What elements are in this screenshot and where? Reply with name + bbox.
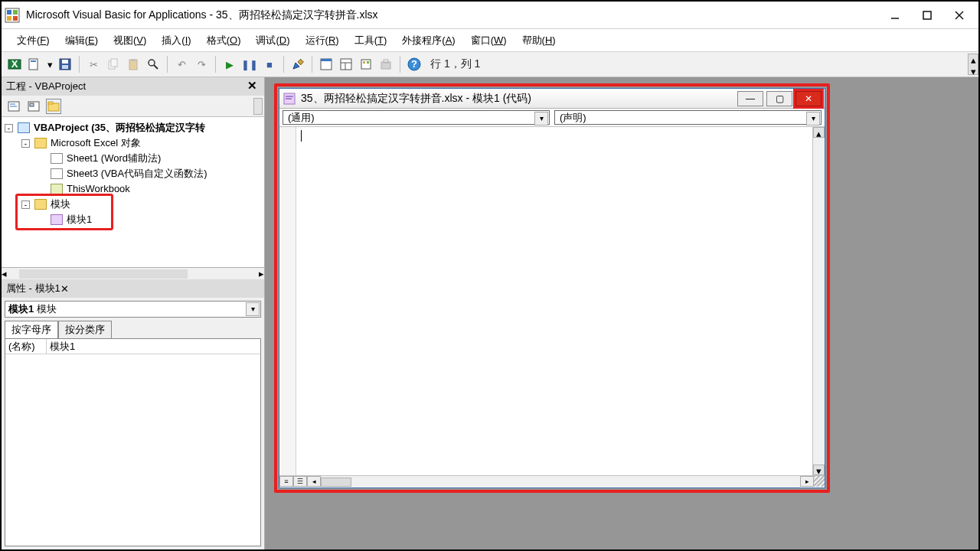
window-title: Microsoft Visual Basic for Applications … (26, 8, 879, 22)
tab-categorized[interactable]: 按分类序 (58, 321, 112, 338)
svg-rect-40 (30, 103, 34, 106)
project-panel-close-icon[interactable]: ✕ (247, 79, 261, 93)
view-object-icon[interactable] (26, 99, 41, 114)
code-vscroll[interactable]: ▴▾ (812, 127, 825, 475)
hscroll-right-icon[interactable]: ▸ (800, 476, 814, 487)
cut-icon[interactable]: ✂ (85, 56, 102, 73)
object-browser-icon[interactable] (358, 56, 374, 73)
code-window-titlebar[interactable]: 35、两招轻松搞定汉字转拼音.xlsx - 模块1 (代码) — ▢ ✕ (279, 89, 825, 109)
svg-rect-17 (111, 59, 117, 67)
properties-panel-title: 属性 - 模块1 ✕ (2, 279, 264, 298)
menu-addins[interactable]: 外接程序(A) (394, 31, 462, 51)
maximize-button[interactable] (911, 4, 943, 27)
svg-text:?: ? (411, 58, 417, 70)
property-name: (名称) (5, 339, 47, 354)
minimize-button[interactable] (879, 4, 911, 27)
svg-rect-12 (31, 60, 36, 62)
menu-run[interactable]: 运行(R) (298, 31, 347, 51)
find-icon[interactable] (145, 56, 162, 73)
code-window-maximize-button[interactable]: ▢ (766, 91, 792, 106)
project-scroll[interactable] (253, 98, 263, 115)
toolbar-overflow[interactable]: ▴▾ (968, 54, 978, 75)
procedure-combobox[interactable]: (声明)▾ (554, 110, 822, 125)
code-margin (279, 127, 296, 475)
property-value[interactable]: 模块1 (47, 339, 260, 354)
chevron-down-icon[interactable]: ▾ (246, 302, 260, 316)
paste-icon[interactable] (125, 56, 142, 73)
close-button[interactable] (943, 4, 975, 27)
app-icon (5, 8, 20, 23)
code-window-close-button[interactable]: ✕ (795, 91, 822, 106)
svg-rect-25 (321, 59, 332, 61)
object-combobox[interactable]: (通用)▾ (283, 110, 550, 125)
save-icon[interactable] (57, 56, 74, 73)
svg-rect-4 (13, 16, 18, 21)
code-window-minimize-button[interactable]: — (737, 91, 763, 106)
break-icon[interactable]: ❚❚ (241, 56, 258, 73)
tree-sheet3[interactable]: Sheet3 (VBA代码自定义函数法) (67, 166, 207, 181)
code-hscroll[interactable] (321, 476, 800, 487)
hscroll-left-icon[interactable]: ◂ (307, 476, 321, 487)
tree-sheet1[interactable]: Sheet1 (Word辅助法) (67, 151, 161, 166)
tree-vbaproject[interactable]: VBAProject (35、两招轻松搞定汉字转 (34, 120, 205, 135)
properties-window-icon[interactable] (338, 56, 354, 73)
menu-help[interactable]: 帮助(H) (514, 31, 564, 51)
collapse-icon[interactable]: - (21, 139, 30, 148)
menu-insert[interactable]: 插入(I) (154, 31, 198, 51)
tree-excel-objects[interactable]: Microsoft Excel 对象 (51, 135, 141, 151)
menu-edit[interactable]: 编辑(E) (57, 31, 106, 51)
redo-icon[interactable]: ↷ (193, 56, 210, 73)
sheet-icon (51, 168, 63, 179)
insert-dropdown-arrow[interactable]: ▾ (46, 56, 54, 73)
project-hscroll[interactable]: ◂▸ (2, 267, 264, 279)
menu-file[interactable]: 文件(F) (9, 31, 57, 51)
svg-rect-29 (361, 60, 371, 69)
svg-line-21 (154, 65, 158, 69)
help-icon[interactable]: ? (406, 56, 423, 73)
chevron-down-icon[interactable]: ▾ (806, 112, 820, 126)
toolbox-icon[interactable] (377, 56, 394, 73)
view-excel-icon[interactable]: X (6, 56, 23, 73)
svg-rect-23 (298, 59, 303, 64)
view-code-icon[interactable] (6, 99, 21, 114)
toggle-folders-icon[interactable] (46, 99, 61, 114)
run-icon[interactable]: ▶ (221, 56, 238, 73)
properties-grid[interactable]: (名称) 模块1 (5, 338, 261, 546)
copy-icon[interactable] (105, 56, 122, 73)
code-window-title: 35、两招轻松搞定汉字转拼音.xlsx - 模块1 (代码) (301, 92, 734, 106)
menu-tools[interactable]: 工具(T) (347, 31, 395, 51)
chevron-down-icon[interactable]: ▾ (534, 112, 548, 126)
design-mode-icon[interactable] (289, 56, 306, 73)
properties-panel-close-icon[interactable]: ✕ (60, 283, 69, 295)
code-editor[interactable] (296, 127, 812, 475)
svg-point-20 (149, 60, 155, 66)
cursor-position-status: 行 1，列 1 (430, 57, 480, 71)
title-bar: Microsoft Visual Basic for Applications … (2, 2, 978, 29)
reset-icon[interactable]: ■ (261, 56, 278, 73)
project-tree[interactable]: -VBAProject (35、两招轻松搞定汉字转 -Microsoft Exc… (2, 117, 264, 267)
procedure-view-icon[interactable]: ≡ (279, 476, 293, 487)
folder-icon (34, 138, 47, 148)
menu-view[interactable]: 视图(V) (106, 31, 154, 51)
svg-rect-1 (7, 10, 11, 15)
svg-rect-3 (7, 16, 11, 21)
menu-debug[interactable]: 调试(D) (248, 31, 297, 51)
svg-rect-42 (48, 102, 53, 104)
module-icon (283, 92, 296, 106)
menu-window[interactable]: 窗口(W) (463, 31, 514, 51)
svg-marker-22 (293, 63, 299, 69)
full-module-view-icon[interactable]: ☰ (293, 476, 307, 487)
properties-object-selector[interactable]: 模块1 模块 ▾ (5, 301, 261, 318)
menu-format[interactable]: 格式(O) (199, 31, 249, 51)
svg-rect-6 (923, 11, 931, 19)
tab-alphabetic[interactable]: 按字母序 (5, 321, 58, 338)
resize-grip-icon[interactable] (814, 476, 825, 487)
collapse-icon[interactable]: - (5, 124, 13, 132)
menu-bar: 文件(F) 编辑(E) 视图(V) 插入(I) 格式(O) 调试(D) 运行(R… (2, 29, 978, 52)
toolbar: X ▾ ✂ ↶ ↷ ▶ ❚❚ ■ ? 行 1，列 1 ▴▾ (2, 52, 978, 77)
svg-rect-14 (62, 60, 68, 64)
undo-icon[interactable]: ↶ (173, 56, 190, 73)
project-explorer-icon[interactable] (318, 56, 335, 73)
sheet-icon (51, 153, 63, 164)
insert-dropdown-icon[interactable] (26, 56, 43, 73)
